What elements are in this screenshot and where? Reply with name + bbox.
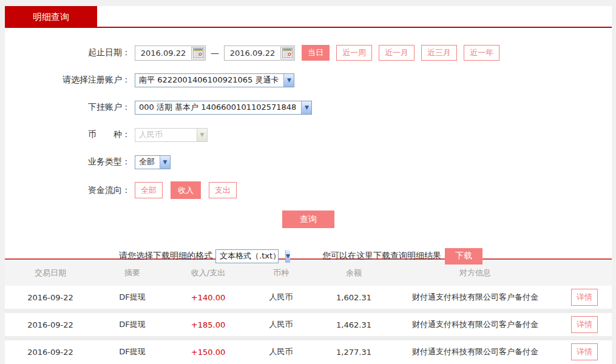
cell-amount: +150.00 — [169, 348, 248, 357]
cell-currency: 人民币 — [248, 346, 314, 357]
cell-counterparty: 财付通支付科技有限公司客户备付金 — [393, 346, 557, 357]
table-row: 2016-09-22 DF提现 +185.00 人民币 1,462.31 财付通… — [5, 313, 612, 336]
detail-button[interactable]: 详情 — [571, 343, 598, 360]
fundflow-expense-button[interactable]: 支出 — [209, 182, 237, 198]
calendar-icon[interactable] — [191, 47, 205, 59]
currency-label: 币 种： — [5, 129, 130, 140]
col-header-date: 交易日期 — [5, 268, 96, 278]
sub-account-value: 000 活期 基本户 1406600101102571848 — [135, 102, 301, 113]
query-row: 查询 — [5, 211, 612, 228]
fundflow-income-button[interactable]: 收入 — [171, 181, 201, 199]
chevron-down-icon: ▼ — [197, 129, 207, 141]
registered-account-select[interactable]: 南平 6222001406100921065 灵通卡 ▼ — [135, 73, 294, 87]
calendar-icon-glyph — [193, 48, 203, 58]
chevron-down-icon: ▼ — [160, 156, 170, 169]
download-format-value: 文本格式（.txt） — [216, 251, 285, 261]
cell-date: 2016-09-22 — [5, 293, 96, 302]
cell-counterparty: 财付通支付科技有限公司客户备付金 — [393, 319, 557, 330]
registered-account-row: 请选择注册账户： 南平 6222001406100921065 灵通卡 ▼ — [5, 72, 612, 88]
download-button[interactable]: 下载 — [445, 248, 482, 265]
results-table: 交易日期 摘要 收入/支出 币种 余额 对方信息 2016-09-22 DF提现… — [5, 260, 612, 363]
start-date-value: 2016.09.22 — [135, 49, 191, 58]
cell-amount: +140.00 — [169, 293, 248, 302]
registered-account-value: 南平 6222001406100921065 灵通卡 — [135, 75, 283, 86]
calendar-icon[interactable] — [280, 47, 294, 59]
tab-detail-query[interactable]: 明细查询 — [5, 6, 97, 28]
business-type-row: 业务类型： 全部 ▼ — [5, 154, 612, 170]
date-separator: — — [211, 48, 219, 58]
chevron-down-icon: ▼ — [285, 250, 290, 263]
registered-account-label: 请选择注册账户： — [5, 75, 130, 86]
table-row: 2016-09-22 DF提现 +150.00 人民币 1,277.31 财付通… — [5, 340, 612, 363]
download-format-select[interactable]: 文本格式（.txt） ▼ — [215, 249, 279, 263]
cell-date: 2016-09-22 — [5, 320, 96, 329]
cell-counterparty: 财付通支付科技有限公司客户备付金 — [393, 292, 557, 303]
query-form: 起止日期： 2016.09.22 — [5, 28, 612, 258]
chevron-down-icon: ▼ — [301, 101, 311, 114]
cell-balance: 1,277.31 — [314, 348, 393, 357]
end-date-value: 2016.09.22 — [225, 49, 280, 58]
fund-flow-label: 资金流向： — [5, 185, 130, 196]
date-range-label: 起止日期： — [5, 47, 130, 58]
col-header-currency: 币种 — [248, 268, 314, 278]
currency-select: 人民币 ▼ — [135, 128, 208, 142]
end-date-input[interactable]: 2016.09.22 — [224, 46, 295, 61]
business-type-value: 全部 — [135, 157, 160, 167]
cell-currency: 人民币 — [248, 292, 314, 303]
cell-summary: DF提现 — [96, 346, 169, 357]
cell-summary: DF提现 — [96, 292, 169, 303]
detail-button[interactable]: 详情 — [571, 289, 598, 306]
download-hint: 您可以在这里下载查询明细结果 — [322, 251, 441, 261]
sub-account-select[interactable]: 000 活期 基本户 1406600101102571848 ▼ — [135, 101, 312, 115]
fund-flow-row: 资金流向： 全部 收入 支出 — [5, 181, 612, 199]
calendar-icon-glyph — [282, 48, 293, 58]
col-header-counterparty: 对方信息 — [393, 268, 557, 278]
query-button[interactable]: 查询 — [282, 211, 334, 228]
chevron-down-icon: ▼ — [283, 74, 294, 87]
cell-balance: 1,602.31 — [314, 293, 393, 302]
cell-currency: 人民币 — [248, 319, 314, 330]
last-week-button[interactable]: 近一周 — [336, 45, 372, 61]
last-3months-button[interactable]: 近三月 — [421, 45, 457, 61]
download-format-label: 请您选择下载明细的格式 — [119, 251, 212, 261]
business-type-label: 业务类型： — [5, 157, 130, 167]
cell-date: 2016-09-22 — [5, 348, 96, 357]
last-year-button[interactable]: 近一年 — [464, 45, 499, 61]
start-date-input[interactable]: 2016.09.22 — [135, 46, 206, 61]
table-header: 交易日期 摘要 收入/支出 币种 余额 对方信息 — [5, 260, 612, 286]
tab-bar: 明细查询 — [5, 6, 612, 28]
fundflow-all-button[interactable]: 全部 — [135, 182, 163, 198]
sub-account-row: 下挂账户： 000 活期 基本户 1406600101102571848 ▼ — [5, 99, 612, 115]
col-header-balance: 余额 — [314, 268, 393, 278]
cell-amount: +185.00 — [169, 320, 248, 329]
col-header-summary: 摘要 — [96, 268, 169, 278]
cell-balance: 1,462.31 — [314, 320, 393, 329]
currency-value: 人民币 — [135, 129, 197, 140]
today-button[interactable]: 当日 — [302, 45, 330, 61]
cell-summary: DF提现 — [96, 319, 169, 330]
last-month-button[interactable]: 近一月 — [379, 45, 415, 61]
sub-account-label: 下挂账户： — [5, 102, 130, 113]
detail-button[interactable]: 详情 — [571, 316, 598, 333]
currency-row: 币 种： 人民币 ▼ — [5, 127, 612, 143]
date-range-row: 起止日期： 2016.09.22 — [5, 45, 612, 61]
table-row: 2016-09-22 DF提现 +140.00 人民币 1,602.31 财付通… — [5, 286, 612, 309]
main-panel: 明细查询 起止日期： 2016.09.22 — [5, 6, 612, 364]
business-type-select[interactable]: 全部 ▼ — [135, 155, 171, 169]
col-header-amount: 收入/支出 — [169, 268, 248, 278]
